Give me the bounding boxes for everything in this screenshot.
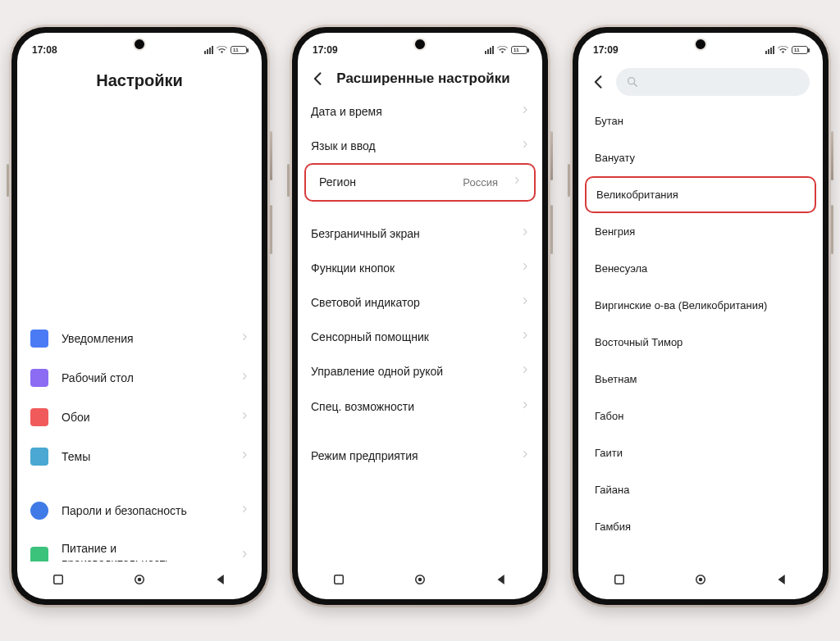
row-label: Пароли и безопасность [62, 503, 227, 518]
country-row-vu[interactable]: Вануату [578, 139, 823, 176]
chevron-right-icon [240, 331, 249, 346]
advanced-list[interactable]: Дата и времяЯзык и вводРегионРоссияБезгр… [298, 94, 542, 561]
country-row-tl[interactable]: Восточный Тимор [578, 324, 823, 361]
search-input[interactable] [616, 68, 810, 96]
themes-icon [30, 448, 48, 466]
country-list[interactable]: БутанВануатуВеликобританияВенгрияВенесуэ… [578, 102, 823, 561]
svg-point-5 [418, 578, 422, 582]
wifi-icon [778, 44, 788, 56]
adv-row-infscreen[interactable]: Безграничный экран [298, 216, 542, 251]
chevron-right-icon [521, 364, 529, 379]
settings-row-power[interactable]: Питание и производительность [17, 530, 262, 561]
country-row-gm[interactable]: Гамбия [578, 508, 823, 545]
recent-apps-button[interactable] [51, 572, 66, 587]
row-label: Функции кнопок [311, 261, 508, 275]
recent-apps-button[interactable] [331, 572, 346, 587]
wallpaper-icon [30, 408, 48, 426]
battery-icon: 11 [231, 46, 247, 54]
chevron-right-icon [240, 410, 249, 425]
clock: 17:08 [32, 44, 57, 56]
country-label: Гамбия [595, 521, 631, 533]
page-title: Настройки [17, 63, 262, 319]
back-nav-button[interactable] [213, 572, 228, 587]
country-row-ga[interactable]: Габон [578, 398, 823, 434]
country-label: Вьетнам [595, 373, 637, 385]
adv-row-led[interactable]: Световой индикатор [298, 285, 542, 320]
settings-row-themes[interactable]: Темы [17, 437, 262, 476]
back-nav-button[interactable] [774, 572, 789, 587]
signal-icon [765, 46, 774, 54]
chevron-right-icon [240, 548, 249, 561]
row-label: Обои [62, 410, 227, 425]
chevron-right-icon [240, 503, 249, 518]
phone-advanced: 17:09 11 Расширенные настройки Дата и вр… [290, 25, 550, 607]
settings-row-notifications[interactable]: Уведомления [17, 319, 262, 358]
row-label: Регион [319, 175, 450, 189]
country-label: Гаити [595, 447, 623, 459]
country-label: Вануату [595, 152, 635, 164]
row-label: Световой индикатор [311, 295, 508, 310]
country-label: Виргинские о-ва (Великобритания) [595, 299, 767, 311]
settings-row-wallpaper[interactable]: Обои [17, 398, 262, 437]
chevron-right-icon [240, 371, 249, 385]
back-button[interactable] [590, 73, 608, 91]
phone-region-picker: 17:09 11 БутанВануатуВеликобританияВенг [570, 25, 831, 607]
country-label: Великобритания [596, 189, 678, 201]
country-label: Габон [595, 410, 623, 422]
svg-point-6 [628, 78, 635, 84]
home-button[interactable] [413, 572, 427, 587]
settings-list[interactable]: УведомленияРабочий столОбоиТемыПароли и … [17, 319, 262, 561]
chevron-right-icon [521, 399, 529, 414]
recent-apps-button[interactable] [612, 572, 627, 587]
adv-row-onehand[interactable]: Управление одной рукой [298, 354, 542, 389]
wifi-icon [217, 44, 227, 56]
row-label: Дата и время [311, 104, 508, 119]
chevron-right-icon [521, 104, 529, 119]
country-label: Венгрия [595, 225, 635, 238]
signal-icon [204, 46, 213, 54]
adv-row-lang[interactable]: Язык и ввод [298, 129, 542, 163]
wifi-icon [497, 44, 508, 56]
row-label: Безграничный экран [311, 226, 508, 241]
clock: 17:09 [313, 44, 338, 56]
adv-row-touchassist[interactable]: Сенсорный помощник [298, 320, 542, 354]
row-label: Режим предприятия [311, 448, 508, 463]
row-label: Уведомления [62, 331, 227, 346]
back-button[interactable] [309, 70, 327, 88]
nav-bar [578, 561, 823, 599]
adv-row-region[interactable]: РегионРоссия [304, 163, 536, 201]
row-label: Темы [62, 449, 227, 464]
home-button[interactable] [693, 572, 708, 587]
country-row-hu[interactable]: Венгрия [578, 213, 823, 250]
country-row-vg[interactable]: Виргинские о-ва (Великобритания) [578, 287, 823, 324]
country-label: Венесуэла [595, 262, 647, 275]
country-row-ht[interactable]: Гаити [578, 434, 823, 471]
svg-rect-8 [614, 575, 623, 584]
home-button[interactable] [132, 572, 147, 587]
settings-row-security[interactable]: Пароли и безопасность [17, 491, 262, 530]
svg-rect-3 [334, 575, 343, 584]
battery-icon: 11 [792, 46, 808, 54]
settings-row-desktop[interactable]: Рабочий стол [17, 358, 262, 398]
status-bar: 17:08 11 [17, 33, 262, 63]
chevron-right-icon [521, 226, 529, 241]
adv-row-datetime[interactable]: Дата и время [298, 94, 542, 129]
country-row-ve[interactable]: Венесуэла [578, 250, 823, 287]
adv-row-accessibility[interactable]: Спец. возможности [298, 389, 542, 424]
back-nav-button[interactable] [494, 572, 509, 587]
country-label: Бутан [595, 115, 623, 127]
chevron-right-icon [521, 139, 529, 153]
row-value: Россия [463, 176, 498, 189]
adv-row-enterprise[interactable]: Режим предприятия [298, 439, 542, 473]
row-label: Рабочий стол [62, 371, 227, 385]
country-row-gb[interactable]: Великобритания [585, 176, 816, 213]
country-row-vn[interactable]: Вьетнам [578, 361, 823, 398]
page-title: Расширенные настройки [336, 70, 511, 87]
power-icon [30, 547, 48, 561]
search-icon [626, 75, 639, 89]
adv-row-buttons[interactable]: Функции кнопок [298, 251, 542, 285]
row-label: Язык и ввод [311, 139, 508, 153]
country-row-gy[interactable]: Гайана [578, 471, 823, 508]
country-row-bt[interactable]: Бутан [578, 102, 823, 139]
nav-bar [17, 561, 262, 599]
